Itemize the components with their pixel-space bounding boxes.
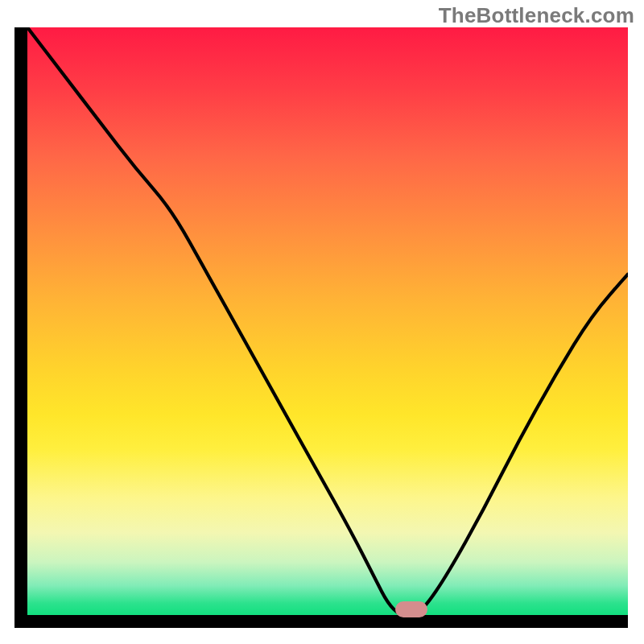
bottleneck-curve (27, 27, 628, 615)
curve-svg (27, 27, 628, 615)
optimal-marker (395, 601, 427, 617)
watermark-text: TheBottleneck.com (439, 3, 634, 28)
chart-frame: TheBottleneck.com (0, 0, 644, 644)
plot-area (14, 27, 628, 628)
